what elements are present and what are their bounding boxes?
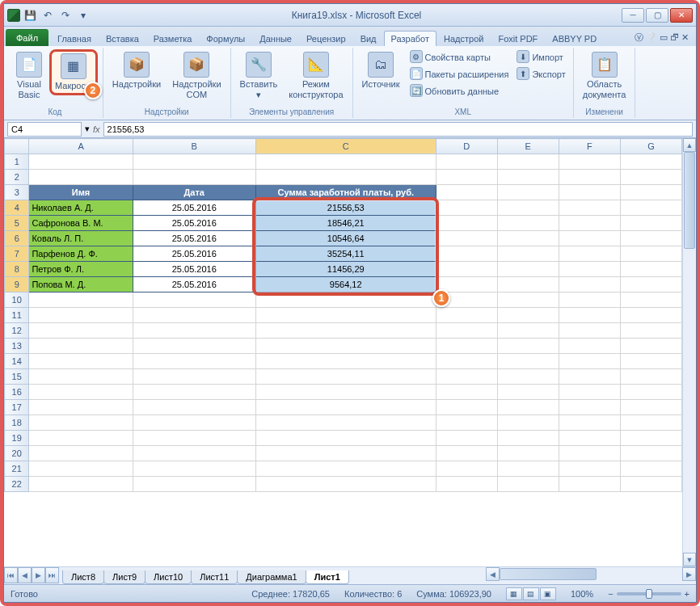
cell-E16[interactable] bbox=[497, 385, 559, 400]
com-addins-button[interactable]: 📦Надстройки COM bbox=[168, 49, 225, 103]
cell-B14[interactable] bbox=[133, 354, 255, 369]
row-16[interactable]: 16 bbox=[5, 385, 29, 400]
cell-F9[interactable] bbox=[559, 277, 620, 292]
cell-F14[interactable] bbox=[559, 354, 620, 369]
col-D[interactable]: D bbox=[436, 139, 497, 154]
tab-разработ[interactable]: Разработ bbox=[384, 31, 436, 46]
row-18[interactable]: 18 bbox=[5, 415, 29, 431]
vertical-scrollbar[interactable]: ▲ ▼ bbox=[682, 138, 696, 566]
cell-F16[interactable] bbox=[559, 385, 620, 400]
cell-D8[interactable] bbox=[436, 262, 497, 277]
cell-G9[interactable] bbox=[620, 277, 681, 292]
tab-данные[interactable]: Данные bbox=[252, 31, 299, 46]
sheet-tab-Лист10[interactable]: Лист10 bbox=[145, 570, 192, 584]
zoom-in[interactable]: + bbox=[685, 589, 689, 599]
cell-E21[interactable] bbox=[497, 461, 559, 477]
cell-D22[interactable] bbox=[436, 477, 497, 492]
cell-C14[interactable] bbox=[255, 354, 436, 369]
tab-вставка[interactable]: Вставка bbox=[99, 31, 146, 46]
tab-рецензир[interactable]: Рецензир bbox=[299, 31, 353, 46]
cell-G7[interactable] bbox=[620, 246, 681, 262]
cell-E13[interactable] bbox=[497, 339, 559, 354]
cell-A17[interactable] bbox=[29, 400, 133, 415]
cell-G3[interactable] bbox=[620, 185, 681, 200]
cell-F8[interactable] bbox=[559, 262, 620, 277]
cell-A14[interactable] bbox=[29, 354, 133, 369]
row-17[interactable]: 17 bbox=[5, 400, 29, 415]
row-6[interactable]: 6 bbox=[5, 231, 29, 246]
cell-A1[interactable] bbox=[29, 154, 133, 170]
scroll-left-button[interactable]: ◀ bbox=[486, 567, 500, 581]
cell-F20[interactable] bbox=[559, 446, 620, 461]
cell-C9[interactable]: 9564,12 bbox=[255, 277, 436, 292]
cell-B21[interactable] bbox=[133, 461, 255, 477]
design-mode-button[interactable]: 📐Режим конструктора bbox=[285, 49, 347, 103]
cell-G6[interactable] bbox=[620, 231, 681, 246]
cell-G20[interactable] bbox=[620, 446, 681, 461]
cell-A7[interactable]: Парфенов Д. Ф. bbox=[29, 246, 133, 262]
cell-B20[interactable] bbox=[133, 446, 255, 461]
source-button[interactable]: 🗂Источник bbox=[358, 49, 404, 92]
cell-F13[interactable] bbox=[559, 339, 620, 354]
cell-A3[interactable]: Имя bbox=[29, 185, 133, 200]
document-area-button[interactable]: 📋Область документа bbox=[579, 49, 630, 103]
sheet-tab-Лист11[interactable]: Лист11 bbox=[191, 570, 238, 584]
cell-E9[interactable] bbox=[497, 277, 559, 292]
cell-D15[interactable] bbox=[436, 369, 497, 385]
expansion-packs-button[interactable]: 📄Пакеты расширения bbox=[407, 66, 512, 82]
cell-E5[interactable] bbox=[497, 216, 559, 231]
cell-A4[interactable]: Николаев А. Д. bbox=[29, 200, 133, 216]
cell-E8[interactable] bbox=[497, 262, 559, 277]
cell-B11[interactable] bbox=[133, 308, 255, 323]
cell-E11[interactable] bbox=[497, 308, 559, 323]
cell-G12[interactable] bbox=[620, 323, 681, 339]
cell-E2[interactable] bbox=[497, 170, 559, 185]
cell-B1[interactable] bbox=[133, 154, 255, 170]
qat-save[interactable]: 💾 bbox=[22, 7, 38, 23]
sheet-tab-Лист9[interactable]: Лист9 bbox=[103, 570, 145, 584]
minimize-button[interactable]: ─ bbox=[622, 8, 644, 23]
cell-B3[interactable]: Дата bbox=[133, 185, 255, 200]
cell-D20[interactable] bbox=[436, 446, 497, 461]
row-2[interactable]: 2 bbox=[5, 170, 29, 185]
cell-G10[interactable] bbox=[620, 292, 681, 308]
row-12[interactable]: 12 bbox=[5, 323, 29, 339]
macros-button[interactable]: ▦Макросы 2 bbox=[49, 49, 98, 95]
maximize-button[interactable]: ▢ bbox=[646, 8, 668, 23]
sheet-tab-Лист1[interactable]: Лист1 bbox=[306, 570, 349, 584]
grid[interactable]: ABCDEFG123ИмяДатаСумма заработной платы,… bbox=[4, 138, 682, 566]
tab-главная[interactable]: Главная bbox=[50, 31, 99, 46]
name-box[interactable]: C4 bbox=[7, 122, 82, 137]
row-4[interactable]: 4 bbox=[5, 200, 29, 216]
cell-D16[interactable] bbox=[436, 385, 497, 400]
cell-B22[interactable] bbox=[133, 477, 255, 492]
view-layout[interactable]: ▤ bbox=[523, 587, 539, 600]
col-A[interactable]: A bbox=[29, 139, 133, 154]
cell-B6[interactable]: 25.05.2016 bbox=[133, 231, 255, 246]
cell-A8[interactable]: Петров Ф. Л. bbox=[29, 262, 133, 277]
zoom-level[interactable]: 100% bbox=[571, 589, 593, 599]
close-button[interactable]: ✕ bbox=[670, 8, 693, 23]
cell-C22[interactable] bbox=[255, 477, 436, 492]
cell-C21[interactable] bbox=[255, 461, 436, 477]
row-3[interactable]: 3 bbox=[5, 185, 29, 200]
tab-file[interactable]: Файл bbox=[6, 29, 48, 46]
cell-C1[interactable] bbox=[255, 154, 436, 170]
cell-E17[interactable] bbox=[497, 400, 559, 415]
tab-prev[interactable]: ◀ bbox=[18, 567, 32, 583]
cell-D11[interactable] bbox=[436, 308, 497, 323]
select-all[interactable] bbox=[5, 139, 29, 154]
tab-next[interactable]: ▶ bbox=[32, 567, 45, 583]
cell-B13[interactable] bbox=[133, 339, 255, 354]
sheet-tab-Диаграмма1[interactable]: Диаграмма1 bbox=[237, 570, 306, 584]
cell-F21[interactable] bbox=[559, 461, 620, 477]
cell-F12[interactable] bbox=[559, 323, 620, 339]
cell-A13[interactable] bbox=[29, 339, 133, 354]
cell-A12[interactable] bbox=[29, 323, 133, 339]
cell-A19[interactable] bbox=[29, 431, 133, 446]
cell-E6[interactable] bbox=[497, 231, 559, 246]
cell-B19[interactable] bbox=[133, 431, 255, 446]
row-9[interactable]: 9 bbox=[5, 277, 29, 292]
cell-D12[interactable] bbox=[436, 323, 497, 339]
cell-F5[interactable] bbox=[559, 216, 620, 231]
